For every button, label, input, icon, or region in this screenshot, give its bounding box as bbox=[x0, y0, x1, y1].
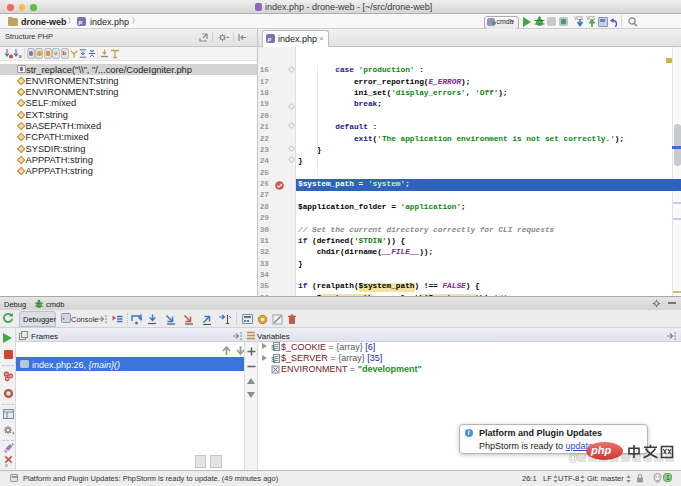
svg-text:a: a bbox=[19, 53, 23, 59]
svg-text:$: $ bbox=[271, 344, 275, 351]
svg-text:$: $ bbox=[271, 356, 275, 363]
